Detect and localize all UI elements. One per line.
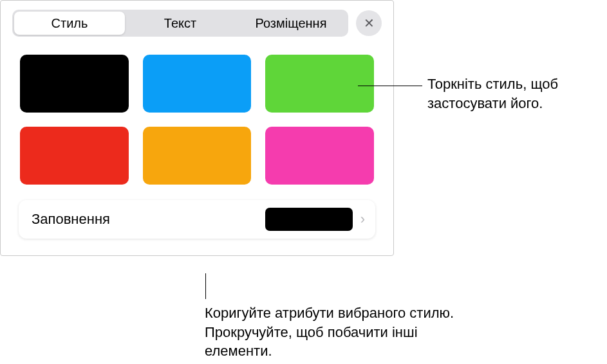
callout-line-2 (205, 273, 206, 299)
style-swatch-orange[interactable] (143, 127, 252, 185)
style-swatch-grid (1, 43, 393, 200)
fill-label: Заповнення (32, 211, 265, 228)
tab-arrange[interactable]: Розміщення (236, 12, 346, 35)
callout-apply-style: Торкніть стиль, щоб застосувати його. (427, 75, 601, 113)
format-panel: Стиль Текст Розміщення ✕ Заповнення › (0, 0, 394, 256)
style-swatch-red[interactable] (20, 127, 129, 185)
style-swatch-pink[interactable] (265, 127, 374, 185)
callout-adjust-attributes: Коригуйте атрибути вибраного стилю. Прок… (205, 304, 462, 361)
callout-line-1 (358, 86, 422, 86)
close-icon: ✕ (364, 15, 375, 31)
tab-style[interactable]: Стиль (14, 12, 125, 35)
tab-bar: Стиль Текст Розміщення (12, 10, 348, 37)
chevron-right-icon: › (360, 211, 365, 228)
style-swatch-blue[interactable] (143, 55, 252, 113)
panel-header: Стиль Текст Розміщення ✕ (1, 1, 393, 43)
style-swatch-black[interactable] (20, 55, 129, 113)
close-button[interactable]: ✕ (356, 10, 382, 36)
style-swatch-green[interactable] (265, 55, 374, 113)
fill-color-swatch[interactable] (265, 208, 353, 231)
tab-text[interactable]: Текст (125, 12, 236, 35)
fill-control[interactable]: Заповнення › (19, 200, 375, 239)
